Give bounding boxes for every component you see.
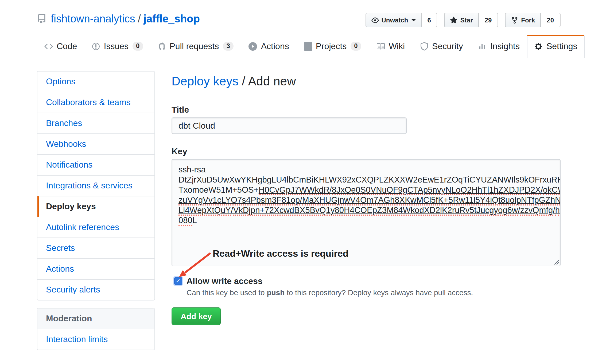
eye-icon — [371, 16, 379, 24]
check-icon: ✓ — [176, 278, 181, 284]
repo-owner-link[interactable]: fishtown-analytics — [51, 12, 135, 26]
deploy-keys-breadcrumb-link[interactable]: Deploy keys — [172, 74, 239, 88]
tab-issues[interactable]: Issues 0 — [85, 35, 151, 58]
title-field-label: Title — [172, 105, 560, 115]
settings-sidebar: Options Collaborators & teams Branches W… — [37, 71, 155, 350]
shield-icon — [420, 42, 428, 50]
page-title: Deploy keys / Add new — [172, 74, 560, 89]
moderation-menu: Moderation Interaction limits — [37, 308, 155, 350]
projects-count-badge: 0 — [350, 42, 361, 51]
pull-requests-count-badge: 3 — [223, 42, 234, 51]
graph-icon — [478, 42, 487, 50]
add-key-button[interactable]: Add key — [172, 307, 221, 325]
repo-icon — [37, 14, 46, 23]
star-icon — [450, 16, 458, 24]
repo-name-link[interactable]: jaffle_shop — [143, 12, 200, 26]
repo-tab-nav: Code Issues 0 Pull requests 3 Actions Pr… — [0, 35, 602, 58]
allow-write-access-label[interactable]: Allow write access — [187, 276, 560, 287]
issue-icon — [92, 42, 100, 50]
moderation-menu-header: Moderation — [37, 308, 154, 329]
sidebar-item-webhooks[interactable]: Webhooks — [37, 133, 154, 154]
fork-button[interactable]: Fork — [505, 13, 541, 27]
settings-menu: Options Collaborators & teams Branches W… — [37, 71, 155, 300]
fork-icon — [511, 16, 518, 24]
tab-security[interactable]: Security — [412, 35, 471, 58]
sidebar-item-deploy-keys[interactable]: Deploy keys — [37, 196, 154, 217]
deploy-key-form-panel: Deploy keys / Add new Title Key ssh-rsa … — [172, 71, 560, 350]
sidebar-item-collaborators-teams[interactable]: Collaborators & teams — [37, 92, 154, 113]
code-icon — [44, 42, 53, 50]
caret-down-icon — [411, 19, 415, 23]
breadcrumb: fishtown-analytics / jaffle_shop — [37, 12, 200, 26]
star-button[interactable]: Star — [444, 13, 479, 27]
fork-button-group: Fork 20 — [505, 13, 560, 27]
book-icon — [376, 42, 385, 50]
tab-code[interactable]: Code — [37, 35, 85, 58]
resize-grip-icon[interactable] — [553, 259, 559, 265]
project-icon — [304, 42, 312, 50]
tab-settings[interactable]: Settings — [527, 35, 585, 58]
allow-write-access-checkbox[interactable]: ✓ — [174, 277, 182, 285]
sidebar-item-actions[interactable]: Actions — [37, 258, 154, 279]
repo-action-buttons: Unwatch 6 Star 29 Fork — [365, 13, 560, 27]
tab-insights[interactable]: Insights — [471, 35, 527, 58]
sidebar-item-branches[interactable]: Branches — [37, 113, 154, 133]
key-field-label: Key — [172, 146, 560, 156]
tab-wiki[interactable]: Wiki — [369, 35, 412, 58]
pull-request-icon — [158, 42, 166, 50]
star-count[interactable]: 29 — [479, 13, 498, 27]
repo-header: fishtown-analytics / jaffle_shop Unwatch… — [0, 0, 602, 58]
sidebar-item-interaction-limits[interactable]: Interaction limits — [37, 329, 154, 350]
gear-icon — [535, 42, 543, 50]
title-input[interactable] — [172, 117, 407, 134]
key-textarea[interactable]: ssh-rsa DtZjrXuD5UwXwYKHgbgLU4lbCmBiKHLW… — [172, 159, 560, 266]
tab-actions[interactable]: Actions — [241, 35, 297, 58]
issues-count-badge: 0 — [132, 42, 143, 51]
write-access-help-text: Can this key be used to push to this rep… — [187, 288, 560, 298]
sidebar-item-secrets[interactable]: Secrets — [37, 238, 154, 258]
page-title-current: Add new — [248, 74, 296, 88]
star-button-group: Star 29 — [444, 13, 498, 27]
sidebar-item-integrations-services[interactable]: Integrations & services — [37, 175, 154, 196]
sidebar-item-autolink-references[interactable]: Autolink references — [37, 217, 154, 238]
watch-button-group: Unwatch 6 — [365, 13, 437, 27]
sidebar-item-options[interactable]: Options — [37, 72, 154, 92]
read-write-annotation: Read+Write access is required — [213, 248, 348, 259]
tab-projects[interactable]: Projects 0 — [297, 35, 369, 58]
sidebar-item-security-alerts[interactable]: Security alerts — [37, 279, 154, 300]
breadcrumb-separator: / — [138, 12, 141, 26]
fork-count[interactable]: 20 — [541, 13, 560, 27]
tab-pull-requests[interactable]: Pull requests 3 — [151, 35, 241, 58]
sidebar-item-notifications[interactable]: Notifications — [37, 154, 154, 175]
unwatch-button[interactable]: Unwatch — [365, 13, 421, 27]
play-icon — [249, 42, 257, 50]
watch-count[interactable]: 6 — [421, 13, 437, 27]
